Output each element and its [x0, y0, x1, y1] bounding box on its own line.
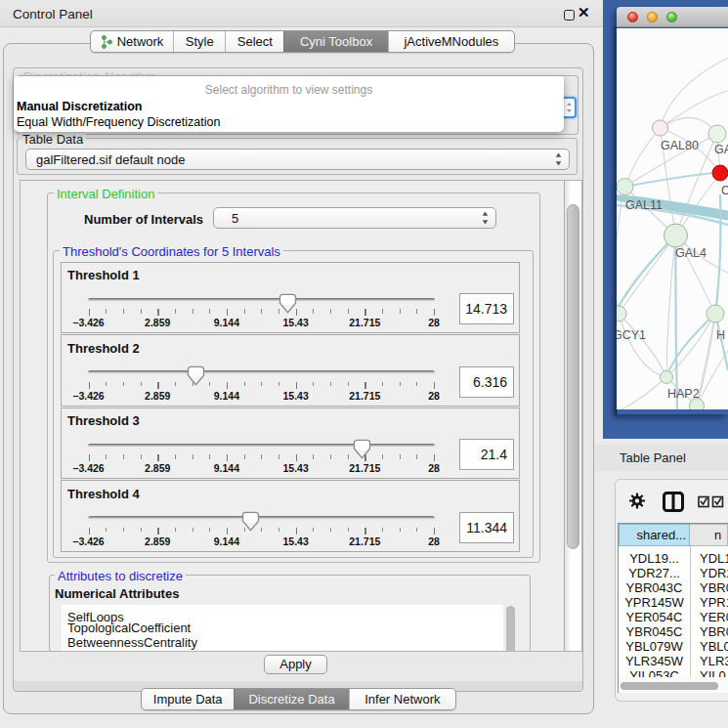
svg-text:GAL11: GAL11: [625, 198, 663, 212]
svg-text:GCY1: GCY1: [617, 328, 646, 342]
svg-text:HAP2: HAP2: [667, 387, 700, 401]
svg-text:GAL80: GAL80: [661, 139, 699, 152]
svg-text:H: H: [716, 328, 725, 342]
svg-text:GAL4: GAL4: [675, 246, 707, 260]
svg-text:GA: GA: [714, 143, 728, 156]
svg-text:C: C: [721, 184, 728, 197]
